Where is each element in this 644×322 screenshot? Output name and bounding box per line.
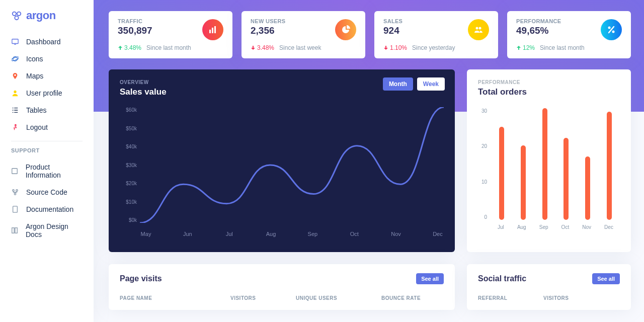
toggle-week-button[interactable]: Week (417, 77, 445, 91)
list-icon (11, 106, 19, 114)
nav-label: Tables (26, 106, 46, 114)
nav-label: Argon Design Docs (26, 222, 83, 238)
svg-point-20 (608, 27, 611, 29)
nav-user-profile[interactable]: User profile (0, 85, 94, 102)
svg-point-19 (479, 27, 481, 30)
see-all-button[interactable]: See all (416, 273, 444, 284)
stat-since: Since last week (279, 44, 321, 51)
svg-rect-15 (209, 30, 211, 33)
stat-delta: 12% (516, 44, 535, 51)
nav-maps[interactable]: Maps (0, 67, 94, 85)
arrow-down-icon (251, 45, 256, 50)
nav-tables[interactable]: Tables (0, 102, 94, 119)
svg-point-9 (13, 190, 15, 192)
see-all-button[interactable]: See all (592, 273, 620, 284)
line-chart: $0k$10k$20k$30k$40k$50k$60k MayJunJulAug… (120, 107, 444, 243)
nav-label: Dashboard (26, 38, 61, 46)
svg-point-1 (17, 12, 21, 16)
stat-since: Since last month (540, 44, 585, 51)
line-yaxis: $0k$10k$20k$30k$40k$50k$60k (120, 107, 137, 223)
star-icon (11, 167, 19, 175)
nav-label: Source Code (26, 188, 67, 196)
stat-since: Since last month (146, 44, 191, 51)
social-thead: REFERRAL VISITORS (478, 295, 620, 301)
line-xaxis: MayJunJulAugSepOctNovDec (140, 231, 444, 237)
chart-toggle: Month Week (383, 77, 445, 91)
brand-mark-icon (11, 10, 22, 21)
card-title: Social traffic (478, 274, 526, 283)
bar (521, 145, 526, 220)
social-traffic-card: Social traffic See all REFERRAL VISITORS (467, 264, 631, 310)
svg-point-6 (14, 91, 16, 93)
arrow-up-icon (516, 45, 521, 50)
stat-traffic: TRAFFIC 350,897 3.48% Since last month (109, 11, 232, 58)
bar-yaxis: 3020100 (478, 108, 487, 220)
col-visitors: VISITORS (543, 295, 620, 301)
total-orders-card: PERFORMANCE Total orders 3020100 JulAugS… (467, 69, 631, 252)
svg-rect-16 (212, 28, 213, 33)
col-page-name: PAGE NAME (120, 295, 230, 301)
pie-chart-icon (335, 19, 356, 40)
code-icon (11, 188, 19, 196)
svg-point-0 (13, 12, 16, 16)
svg-rect-12 (13, 206, 18, 212)
col-unique-users: UNIQUE USERS (296, 295, 381, 301)
design-icon (11, 226, 19, 234)
chart-bar-icon (202, 19, 223, 40)
svg-point-18 (476, 27, 478, 30)
main-nav: Dashboard Icons Maps User profile Tables… (0, 33, 94, 136)
bar (607, 112, 612, 220)
svg-rect-14 (15, 228, 17, 233)
svg-rect-13 (12, 228, 14, 233)
nav-source-code[interactable]: Source Code (0, 184, 94, 201)
svg-point-2 (15, 16, 18, 20)
nav-label: Logout (26, 123, 48, 131)
bar-plot (491, 108, 620, 220)
bar (564, 138, 569, 220)
nav-divider (11, 141, 83, 141)
nav-label: Maps (26, 72, 43, 80)
stat-since: Since yesterday (412, 44, 455, 51)
nav-product-information[interactable]: Product Information (0, 158, 94, 184)
svg-point-5 (12, 56, 19, 61)
support-heading: SUPPORT (0, 147, 94, 158)
svg-point-21 (612, 31, 615, 33)
bar (542, 108, 547, 220)
stat-new-users: NEW USERS 2,356 3.48% Since last week (242, 11, 365, 58)
col-referral: REFERRAL (478, 295, 543, 301)
sidebar: argon Dashboard Icons Maps User profile … (0, 0, 94, 322)
stat-delta: 3.48% (251, 44, 274, 51)
bar-chart: 3020100 JulAugSepOctNovDec (478, 108, 620, 240)
pin-icon (11, 72, 19, 80)
col-visitors: VISITORS (230, 295, 296, 301)
stats-row: TRAFFIC 350,897 3.48% Since last month N… (109, 11, 631, 58)
toggle-month-button[interactable]: Month (383, 77, 413, 91)
col-bounce-rate: BOUNCE RATE (381, 295, 444, 301)
nav-logout[interactable]: Logout (0, 119, 94, 136)
stat-delta: 1.10% (383, 44, 407, 51)
stat-delta: 3.48% (118, 44, 141, 51)
bar (585, 156, 590, 220)
nav-icons[interactable]: Icons (0, 50, 94, 67)
svg-point-7 (15, 124, 17, 126)
sales-value-card: OVERVIEW Sales value Month Week $0k$10k$… (109, 69, 455, 252)
svg-point-10 (16, 190, 18, 192)
svg-rect-17 (214, 26, 216, 33)
svg-point-11 (14, 193, 16, 195)
brand-logo[interactable]: argon (0, 0, 94, 33)
users-icon (468, 19, 489, 40)
charts-row: OVERVIEW Sales value Month Week $0k$10k$… (109, 69, 631, 252)
support-nav: Product Information Source Code Document… (0, 158, 94, 243)
nav-label: Documentation (26, 205, 73, 213)
nav-documentation[interactable]: Documentation (0, 201, 94, 218)
nav-argon-design-docs[interactable]: Argon Design Docs (0, 218, 94, 243)
bar (499, 127, 504, 220)
nav-dashboard[interactable]: Dashboard (0, 33, 94, 50)
stat-sales: SALES 924 1.10% Since yesterday (374, 11, 498, 58)
visits-thead: PAGE NAME VISITORS UNIQUE USERS BOUNCE R… (120, 295, 444, 301)
run-icon (11, 123, 19, 131)
screen-icon (11, 38, 19, 46)
doc-icon (11, 205, 19, 213)
bar-xaxis: JulAugSepOctNovDec (491, 224, 620, 230)
svg-rect-8 (12, 169, 18, 174)
